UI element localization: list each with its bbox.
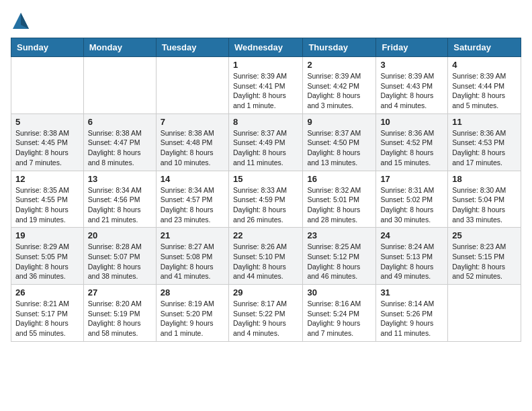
- day-number: 13: [88, 174, 152, 184]
- day-number: 1: [233, 60, 298, 70]
- calendar-empty: [83, 57, 156, 114]
- calendar-empty: [156, 57, 228, 114]
- calendar-day-29: 29Sunrise: 8:17 AM Sunset: 5:22 PM Dayli…: [228, 285, 302, 342]
- calendar-day-4: 4Sunrise: 8:39 AM Sunset: 4:44 PM Daylig…: [448, 57, 521, 114]
- day-number: 3: [380, 60, 443, 70]
- day-info: Sunrise: 8:39 AM Sunset: 4:44 PM Dayligh…: [452, 71, 517, 111]
- col-header-thursday: Thursday: [303, 38, 376, 57]
- calendar-day-25: 25Sunrise: 8:23 AM Sunset: 5:15 PM Dayli…: [448, 228, 521, 285]
- day-number: 10: [380, 117, 443, 127]
- calendar-week-2: 12Sunrise: 8:35 AM Sunset: 4:55 PM Dayli…: [11, 171, 521, 228]
- calendar-day-19: 19Sunrise: 8:29 AM Sunset: 5:05 PM Dayli…: [11, 228, 84, 285]
- day-number: 27: [88, 287, 152, 298]
- day-info: Sunrise: 8:34 AM Sunset: 4:57 PM Dayligh…: [161, 185, 224, 225]
- calendar-empty: [11, 57, 84, 114]
- day-number: 21: [161, 230, 224, 240]
- col-header-wednesday: Wednesday: [228, 38, 302, 57]
- col-header-monday: Monday: [83, 38, 156, 57]
- day-info: Sunrise: 8:14 AM Sunset: 5:26 PM Dayligh…: [380, 299, 443, 338]
- calendar-day-22: 22Sunrise: 8:26 AM Sunset: 5:10 PM Dayli…: [228, 228, 302, 285]
- calendar-day-16: 16Sunrise: 8:32 AM Sunset: 5:01 PM Dayli…: [303, 171, 376, 228]
- col-header-tuesday: Tuesday: [156, 38, 228, 57]
- day-info: Sunrise: 8:38 AM Sunset: 4:48 PM Dayligh…: [161, 128, 224, 168]
- day-number: 7: [161, 117, 224, 127]
- day-number: 8: [233, 117, 298, 127]
- calendar-day-9: 9Sunrise: 8:37 AM Sunset: 4:50 PM Daylig…: [303, 113, 376, 171]
- day-info: Sunrise: 8:34 AM Sunset: 4:56 PM Dayligh…: [88, 185, 152, 225]
- day-number: 31: [380, 287, 443, 298]
- calendar-day-31: 31Sunrise: 8:14 AM Sunset: 5:26 PM Dayli…: [376, 285, 448, 342]
- day-number: 24: [380, 230, 443, 240]
- calendar-day-26: 26Sunrise: 8:21 AM Sunset: 5:17 PM Dayli…: [11, 285, 84, 342]
- day-info: Sunrise: 8:20 AM Sunset: 5:19 PM Dayligh…: [88, 299, 152, 338]
- calendar-day-8: 8Sunrise: 8:37 AM Sunset: 4:49 PM Daylig…: [228, 113, 302, 171]
- page-header: [11, 11, 521, 31]
- day-number: 9: [307, 117, 371, 127]
- day-info: Sunrise: 8:37 AM Sunset: 4:49 PM Dayligh…: [233, 128, 298, 168]
- day-number: 6: [88, 117, 152, 127]
- calendar-day-18: 18Sunrise: 8:30 AM Sunset: 5:04 PM Dayli…: [448, 171, 521, 228]
- calendar-day-11: 11Sunrise: 8:36 AM Sunset: 4:53 PM Dayli…: [448, 113, 521, 171]
- day-info: Sunrise: 8:27 AM Sunset: 5:08 PM Dayligh…: [161, 242, 224, 281]
- logo: [11, 11, 34, 31]
- day-info: Sunrise: 8:25 AM Sunset: 5:12 PM Dayligh…: [307, 242, 371, 281]
- day-number: 26: [15, 287, 79, 298]
- calendar-day-20: 20Sunrise: 8:28 AM Sunset: 5:07 PM Dayli…: [83, 228, 156, 285]
- day-info: Sunrise: 8:16 AM Sunset: 5:24 PM Dayligh…: [307, 299, 371, 338]
- day-number: 25: [452, 230, 517, 240]
- calendar-day-2: 2Sunrise: 8:39 AM Sunset: 4:42 PM Daylig…: [303, 57, 376, 114]
- day-number: 4: [452, 60, 517, 70]
- calendar-day-23: 23Sunrise: 8:25 AM Sunset: 5:12 PM Dayli…: [303, 228, 376, 285]
- day-number: 19: [15, 230, 79, 240]
- calendar-day-12: 12Sunrise: 8:35 AM Sunset: 4:55 PM Dayli…: [11, 171, 84, 228]
- day-number: 18: [452, 174, 517, 184]
- calendar-day-24: 24Sunrise: 8:24 AM Sunset: 5:13 PM Dayli…: [376, 228, 448, 285]
- calendar-day-6: 6Sunrise: 8:38 AM Sunset: 4:47 PM Daylig…: [83, 113, 156, 171]
- day-info: Sunrise: 8:35 AM Sunset: 4:55 PM Dayligh…: [15, 185, 79, 225]
- day-number: 2: [307, 60, 371, 70]
- col-header-saturday: Saturday: [448, 38, 521, 57]
- day-number: 17: [380, 174, 443, 184]
- calendar-day-30: 30Sunrise: 8:16 AM Sunset: 5:24 PM Dayli…: [303, 285, 376, 342]
- calendar-day-21: 21Sunrise: 8:27 AM Sunset: 5:08 PM Dayli…: [156, 228, 228, 285]
- calendar-week-3: 19Sunrise: 8:29 AM Sunset: 5:05 PM Dayli…: [11, 228, 521, 285]
- day-info: Sunrise: 8:38 AM Sunset: 4:47 PM Dayligh…: [88, 128, 152, 168]
- day-info: Sunrise: 8:19 AM Sunset: 5:20 PM Dayligh…: [161, 299, 224, 338]
- day-number: 28: [161, 287, 224, 298]
- day-info: Sunrise: 8:37 AM Sunset: 4:50 PM Dayligh…: [307, 128, 371, 168]
- day-info: Sunrise: 8:23 AM Sunset: 5:15 PM Dayligh…: [452, 242, 517, 281]
- day-number: 30: [307, 287, 371, 298]
- day-number: 29: [233, 287, 298, 298]
- calendar-day-27: 27Sunrise: 8:20 AM Sunset: 5:19 PM Dayli…: [83, 285, 156, 342]
- day-info: Sunrise: 8:33 AM Sunset: 4:59 PM Dayligh…: [233, 185, 298, 225]
- calendar-day-3: 3Sunrise: 8:39 AM Sunset: 4:43 PM Daylig…: [376, 57, 448, 114]
- day-number: 16: [307, 174, 371, 184]
- day-info: Sunrise: 8:38 AM Sunset: 4:45 PM Dayligh…: [15, 128, 79, 168]
- day-info: Sunrise: 8:29 AM Sunset: 5:05 PM Dayligh…: [15, 242, 79, 281]
- calendar-day-5: 5Sunrise: 8:38 AM Sunset: 4:45 PM Daylig…: [11, 113, 84, 171]
- col-header-friday: Friday: [376, 38, 448, 57]
- day-number: 5: [15, 117, 79, 127]
- day-info: Sunrise: 8:24 AM Sunset: 5:13 PM Dayligh…: [380, 242, 443, 281]
- day-info: Sunrise: 8:26 AM Sunset: 5:10 PM Dayligh…: [233, 242, 298, 281]
- day-number: 11: [452, 117, 517, 127]
- day-info: Sunrise: 8:28 AM Sunset: 5:07 PM Dayligh…: [88, 242, 152, 281]
- day-info: Sunrise: 8:36 AM Sunset: 4:52 PM Dayligh…: [380, 128, 443, 168]
- day-number: 14: [161, 174, 224, 184]
- calendar: SundayMondayTuesdayWednesdayThursdayFrid…: [11, 38, 521, 342]
- calendar-day-15: 15Sunrise: 8:33 AM Sunset: 4:59 PM Dayli…: [228, 171, 302, 228]
- day-info: Sunrise: 8:39 AM Sunset: 4:42 PM Dayligh…: [307, 71, 371, 111]
- calendar-week-4: 26Sunrise: 8:21 AM Sunset: 5:17 PM Dayli…: [11, 285, 521, 342]
- day-info: Sunrise: 8:21 AM Sunset: 5:17 PM Dayligh…: [15, 299, 79, 338]
- day-info: Sunrise: 8:32 AM Sunset: 5:01 PM Dayligh…: [307, 185, 371, 225]
- calendar-day-28: 28Sunrise: 8:19 AM Sunset: 5:20 PM Dayli…: [156, 285, 228, 342]
- calendar-day-14: 14Sunrise: 8:34 AM Sunset: 4:57 PM Dayli…: [156, 171, 228, 228]
- calendar-week-0: 1Sunrise: 8:39 AM Sunset: 4:41 PM Daylig…: [11, 57, 521, 114]
- logo-icon: [11, 11, 31, 31]
- calendar-day-10: 10Sunrise: 8:36 AM Sunset: 4:52 PM Dayli…: [376, 113, 448, 171]
- day-info: Sunrise: 8:39 AM Sunset: 4:43 PM Dayligh…: [380, 71, 443, 111]
- calendar-day-7: 7Sunrise: 8:38 AM Sunset: 4:48 PM Daylig…: [156, 113, 228, 171]
- calendar-empty: [448, 285, 521, 342]
- calendar-week-1: 5Sunrise: 8:38 AM Sunset: 4:45 PM Daylig…: [11, 113, 521, 171]
- calendar-day-13: 13Sunrise: 8:34 AM Sunset: 4:56 PM Dayli…: [83, 171, 156, 228]
